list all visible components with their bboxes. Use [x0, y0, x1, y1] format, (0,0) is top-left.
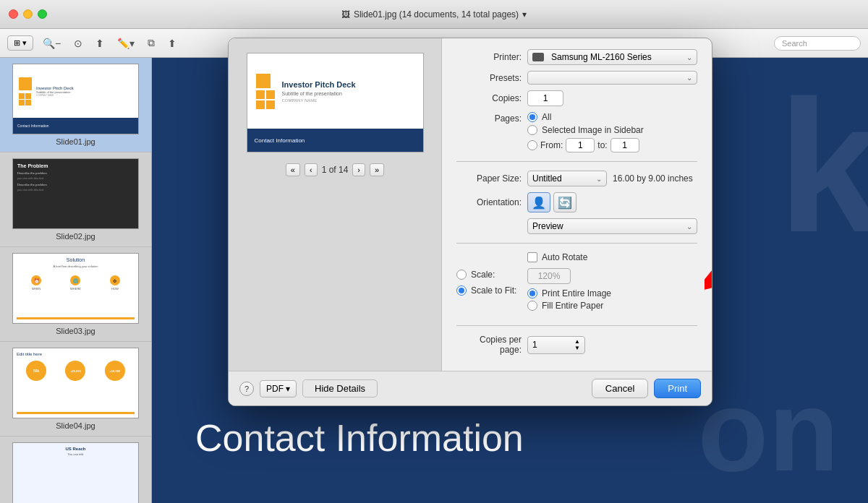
presets-row: Presets: ⌄ — [456, 71, 697, 85]
print-dialog: Investor Pitch Deck Subtitle of the pres… — [228, 38, 712, 406]
paper-size-arrow-icon: ⌄ — [596, 175, 602, 183]
export-icon: ⬆ — [168, 38, 176, 49]
landscape-orientation-button[interactable]: 🔄 — [553, 192, 576, 212]
pages-all-option[interactable]: All — [527, 112, 644, 122]
prev-page-button[interactable]: ‹ — [305, 163, 318, 176]
sidebar-item-slide1[interactable]: Investor Pitch Deck Subtitle of the pres… — [0, 58, 151, 152]
slide3-thumbnail: Solution A brief line describing your so… — [12, 253, 139, 324]
scale-input[interactable] — [527, 268, 571, 284]
copies-per-page-row: Copies per page: 1 ▲ ▼ — [456, 335, 697, 355]
paper-size-select[interactable]: Untitled ⌄ — [527, 171, 607, 186]
traffic-lights — [9, 9, 47, 19]
scale-label: Scale: Scale to Fit: — [456, 270, 522, 296]
orientation-buttons: 👤 🔄 — [527, 192, 576, 212]
hide-details-button[interactable]: Hide Details — [302, 379, 378, 397]
pencil-icon: ✏️ — [117, 38, 129, 49]
pages-from-input[interactable] — [566, 138, 595, 152]
sidebar-item-slide4[interactable]: Edit title here 50k +25,000 +10,000 Slid… — [0, 342, 151, 437]
presets-label: Presets: — [456, 73, 522, 83]
dropdown-chevron-icon: ▾ — [522, 9, 527, 20]
slide3-label: Slide03.jpg — [56, 327, 95, 335]
slide5-thumbnail: US Reach You can edit — [12, 442, 139, 503]
pdf-arrow-icon: ▾ — [286, 384, 290, 394]
scale-to-fit-radio[interactable] — [456, 285, 467, 296]
scale-to-fit-options: Print Entire Image Fill Entire Paper — [527, 288, 611, 311]
pages-from-option[interactable]: From: to: — [527, 138, 644, 152]
help-button[interactable]: ? — [239, 382, 254, 396]
paper-size-row: Paper Size: Untitled ⌄ 16.00 by 9.00 inc… — [456, 171, 697, 186]
bg-letter: k — [778, 72, 868, 260]
pages-row: Pages: All Selected Image in Sidebar — [456, 112, 697, 152]
bg-word: on — [698, 373, 839, 489]
printer-select[interactable]: Samsung ML-2160 Series ⌄ — [527, 49, 697, 65]
restore-button[interactable]: ⧉ — [144, 35, 158, 51]
presets-select[interactable]: ⌄ — [527, 71, 697, 85]
pages-selected-radio[interactable] — [527, 125, 537, 135]
pages-from-radio[interactable] — [527, 140, 537, 150]
auto-rotate-row: Auto Rotate — [456, 252, 697, 262]
title-bar: 🖼 Slide01.jpg (14 documents, 14 total pa… — [0, 0, 868, 29]
first-page-button[interactable]: « — [286, 163, 300, 176]
page-info: 1 of 14 — [322, 165, 349, 175]
minimize-button[interactable] — [23, 9, 33, 19]
fill-paper-label: Fill Entire Paper — [542, 301, 603, 311]
paper-size-value: Untitled — [532, 173, 562, 184]
grid-view-button[interactable]: ⊞ ▾ — [7, 35, 33, 51]
zoom-out-button[interactable]: 🔍− — [39, 35, 64, 51]
printer-value: Samsung ML-2160 Series — [551, 52, 652, 62]
sidebar-item-slide3[interactable]: Solution A brief line describing your so… — [0, 247, 151, 342]
copies-per-page-label: Copies per page: — [456, 335, 522, 355]
divider3 — [456, 325, 697, 326]
sidebar-item-slide5[interactable]: US Reach You can edit Slide05.jpg — [0, 437, 151, 503]
cancel-button[interactable]: Cancel — [592, 379, 648, 398]
divider2 — [456, 243, 697, 244]
contact-info-text: Contact Information — [195, 416, 524, 460]
copies-per-page-stepper-icon: ▲ ▼ — [574, 339, 580, 351]
scale-row: Scale: Scale to Fit: — [456, 268, 697, 311]
auto-rotate-option[interactable]: Auto Rotate — [527, 252, 587, 262]
copies-row: Copies: — [456, 90, 697, 106]
slide4-label: Slide04.jpg — [56, 421, 95, 430]
preview-select[interactable]: Preview ⌄ — [527, 218, 697, 234]
pages-to-input[interactable] — [610, 138, 639, 152]
maximize-button[interactable] — [38, 9, 47, 19]
pdf-button[interactable]: PDF ▾ — [260, 380, 297, 397]
zoom-actual-icon: ⊙ — [74, 38, 82, 49]
help-label: ? — [244, 384, 249, 393]
preview-slide-contact: Contact Information — [255, 137, 305, 144]
next-page-button[interactable]: › — [352, 163, 365, 176]
window-title: 🖼 Slide01.jpg (14 documents, 14 total pa… — [341, 9, 527, 20]
pages-selected-label: Selected Image in Sidebar — [542, 125, 644, 135]
pencil-dropdown-icon: ▾ — [129, 38, 135, 49]
divider1 — [456, 161, 697, 162]
red-arrow-annotation — [705, 248, 712, 291]
fill-paper-radio[interactable] — [527, 301, 537, 311]
auto-rotate-label: Auto Rotate — [542, 252, 587, 262]
annotation-button[interactable]: ✏️ ▾ — [114, 35, 138, 51]
zoom-actual-button[interactable]: ⊙ — [70, 35, 86, 51]
print-entire-option[interactable]: Print Entire Image — [527, 288, 611, 298]
print-entire-radio[interactable] — [527, 288, 537, 298]
pages-all-radio[interactable] — [527, 112, 537, 122]
close-button[interactable] — [9, 9, 18, 19]
scale-radio[interactable] — [456, 270, 467, 280]
share-button[interactable]: ⬆ — [92, 35, 108, 51]
preview-value: Preview — [532, 221, 563, 231]
portrait-orientation-button[interactable]: 👤 — [527, 192, 550, 212]
print-preview-image: Investor Pitch Deck Subtitle of the pres… — [247, 53, 424, 152]
slide2-label: Slide02.jpg — [56, 232, 95, 241]
search-input[interactable]: Search — [774, 36, 861, 51]
last-page-button[interactable]: » — [370, 163, 384, 176]
dropdown-arrow-icon: ▾ — [22, 38, 27, 48]
copies-input[interactable] — [527, 90, 563, 106]
copies-per-page-select[interactable]: 1 ▲ ▼ — [527, 336, 585, 354]
printer-row: Printer: Samsung ML-2160 Series ⌄ — [456, 49, 697, 65]
pages-selected-option[interactable]: Selected Image in Sidebar — [527, 125, 644, 135]
print-button[interactable]: Print — [654, 379, 701, 398]
sidebar-item-slide2[interactable]: The Problem Describe the problem you can… — [0, 152, 151, 247]
preview-slide-title: Investor Pitch Deck — [282, 80, 356, 89]
paper-size-dims: 16.00 by 9.00 inches — [613, 173, 693, 184]
auto-rotate-checkbox[interactable] — [527, 252, 537, 262]
export-button[interactable]: ⬆ — [164, 35, 180, 51]
fill-paper-option[interactable]: Fill Entire Paper — [527, 301, 611, 311]
